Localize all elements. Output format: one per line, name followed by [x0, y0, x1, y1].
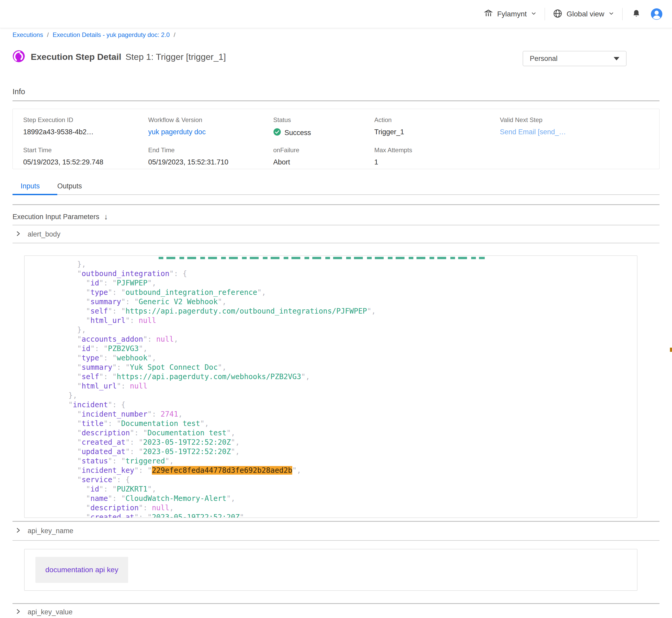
- page-title: Execution Step Detail: [31, 52, 121, 62]
- code-line: "created_at": "2023-05-19T22:52:20Z",: [24, 438, 637, 447]
- bell-icon: [632, 9, 641, 19]
- code-line: "incident_number": 2741,: [24, 410, 637, 419]
- top-bar-controls: Fylamynt Global view: [484, 0, 663, 28]
- field-step-execution-id: Step Execution ID 18992a43-9538-4b2…: [23, 116, 148, 138]
- code-line: "id": "PUZKRT1",: [24, 485, 637, 494]
- code-line: "summary": "Yuk Spot Connect Doc",: [24, 363, 637, 372]
- status-badge: Success: [284, 129, 311, 137]
- divider: [12, 603, 660, 604]
- code-lines: }, "outbound_integration": { "id": "PJFW…: [24, 260, 637, 518]
- divider: [12, 521, 660, 522]
- breadcrumb-separator: /: [47, 31, 49, 38]
- code-line: "description": "Documentation test",: [24, 428, 637, 438]
- org-name: Fylamynt: [497, 10, 527, 18]
- info-heading: Info: [12, 87, 25, 96]
- field-max-attempts: Max Attempts 1: [374, 146, 500, 166]
- next-step-link[interactable]: Send Email [send_…: [500, 128, 659, 136]
- workflow-link[interactable]: yuk pagerduty doc: [148, 128, 273, 136]
- info-grid: Step Execution ID 18992a43-9538-4b2… Wor…: [13, 109, 659, 166]
- field-status: Status Success: [273, 116, 374, 138]
- chevron-right-icon: [15, 608, 21, 616]
- breadcrumb-execution-details[interactable]: Execution Details - yuk pagerduty doc: 2…: [53, 31, 170, 38]
- field-label: End Time: [148, 146, 273, 154]
- code-line: "accounts_addon": null,: [24, 335, 637, 344]
- breadcrumb-separator: /: [174, 31, 176, 38]
- chevron-down-icon: [608, 10, 614, 18]
- field-label: Step Execution ID: [23, 116, 148, 124]
- field-start-time: Start Time 05/19/2023, 15:52:29.748: [23, 146, 148, 166]
- api-key-name-value-box: documentation api key: [24, 549, 637, 591]
- org-switcher[interactable]: Fylamynt: [484, 9, 537, 19]
- code-line: "service": {: [24, 475, 637, 485]
- field-value: Trigger_1: [374, 128, 500, 136]
- chevron-down-icon: [530, 10, 537, 18]
- code-line: "summary": "Generic V2 Webhook",: [24, 297, 637, 307]
- tab-bar: Inputs Outputs: [12, 182, 82, 194]
- code-line: "type": "outbound_integration_reference"…: [24, 288, 637, 297]
- tab-rail: [12, 194, 660, 195]
- code-line: "self": "https://api.pagerduty.com/outbo…: [24, 307, 637, 316]
- section-alert-body[interactable]: alert_body: [15, 225, 61, 243]
- code-line: "id": "PJFWPEP",: [24, 279, 637, 288]
- field-end-time: End Time 05/19/2023, 15:52:31.710: [148, 146, 273, 166]
- field-label: Valid Next Step: [500, 116, 659, 124]
- json-code-viewer[interactable]: }, "outbound_integration": { "id": "PJFW…: [24, 255, 637, 518]
- workflow-step-icon: [12, 50, 25, 64]
- chevron-right-icon: [15, 230, 21, 238]
- field-label: Status: [273, 116, 374, 124]
- execution-step-detail-page: Fylamynt Global view: [0, 0, 672, 618]
- page-subtitle: Step 1: Trigger [trigger_1]: [125, 52, 226, 62]
- section-label: alert_body: [27, 230, 61, 238]
- divider: [12, 204, 660, 205]
- field-label: Start Time: [23, 146, 148, 154]
- field-onfailure: onFailure Abort: [273, 146, 374, 166]
- download-arrow-icon[interactable]: ↓: [104, 212, 108, 221]
- code-line: },: [24, 325, 637, 335]
- tab-outputs[interactable]: Outputs: [57, 182, 82, 194]
- tab-inputs[interactable]: Inputs: [12, 182, 57, 194]
- view-name: Global view: [567, 10, 604, 18]
- section-api-key-name[interactable]: api_key_name: [15, 522, 73, 540]
- top-bar: Fylamynt Global view: [0, 0, 672, 28]
- user-avatar[interactable]: [651, 8, 663, 20]
- field-workflow-version: Workflow & Version yuk pagerduty doc: [148, 116, 273, 138]
- section-api-key-value[interactable]: api_key_value: [15, 604, 73, 618]
- divider: [544, 8, 545, 20]
- code-line: },: [24, 260, 637, 269]
- notifications-button[interactable]: [632, 9, 641, 19]
- divider: [12, 225, 660, 225]
- code-line: "html_url": null: [24, 382, 637, 391]
- info-card: Step Execution ID 18992a43-9538-4b2… Wor…: [12, 109, 660, 169]
- field-value: 1: [374, 158, 500, 166]
- field-value: 05/19/2023, 15:52:31.710: [148, 158, 273, 166]
- field-value: 05/19/2023, 15:52:29.748: [23, 158, 148, 166]
- page-title-row: Execution Step Detail Step 1: Trigger [t…: [12, 49, 226, 65]
- divider: [622, 8, 622, 20]
- code-line: "id": "PZB2VG3",: [24, 344, 637, 353]
- execution-input-parameters-header: Execution Input Parameters ↓: [12, 211, 108, 223]
- section-label: api_key_value: [27, 608, 73, 616]
- code-line: "status": "triggered",: [24, 456, 637, 466]
- code-line: "self": "https://api.pagerduty.com/webho…: [24, 372, 637, 382]
- code-line: "description": null,: [24, 503, 637, 513]
- divider: [12, 540, 660, 541]
- params-title: Execution Input Parameters: [12, 213, 99, 221]
- breadcrumb: Executions / Execution Details - yuk pag…: [12, 31, 175, 38]
- organization-icon: [484, 9, 493, 19]
- view-switcher[interactable]: Global view: [553, 9, 614, 19]
- code-line: "type": "webhook",: [24, 353, 637, 363]
- code-line: "name": "CloudWatch-Memory-Alert",: [24, 494, 637, 503]
- clipped-code-line: [159, 257, 485, 259]
- breadcrumb-executions[interactable]: Executions: [12, 31, 43, 38]
- scope-select-value: Personal: [530, 55, 558, 63]
- success-check-icon: [273, 128, 281, 138]
- code-line: "title": "Documentation test",: [24, 419, 637, 428]
- field-value: Abort: [273, 158, 374, 166]
- code-line: "updated_at": "2023-05-19T22:52:20Z",: [24, 447, 637, 456]
- field-valid-next-step: Valid Next Step Send Email [send_…: [500, 116, 659, 138]
- scope-select[interactable]: Personal: [523, 51, 626, 66]
- divider: [12, 243, 660, 243]
- code-line: "outbound_integration": {: [24, 269, 637, 279]
- field-label: Max Attempts: [374, 146, 500, 154]
- scrollbar-search-marker: [670, 348, 672, 352]
